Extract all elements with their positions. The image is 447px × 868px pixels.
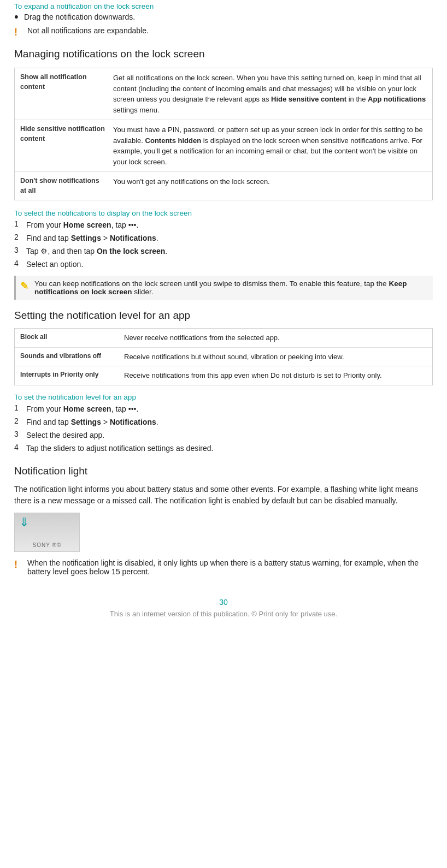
interrupts-priority-val: Receive notifications from this app even… <box>124 370 427 381</box>
dont-show-val: You won't get any notifications on the l… <box>113 176 427 195</box>
page-number: 30 <box>14 598 433 607</box>
list-item: 4 Select an option. <box>14 259 433 270</box>
download-arrow-icon: ⇓ <box>19 515 29 530</box>
bullet-drag-text: Drag the notification downwards. <box>24 13 433 21</box>
step-num-1: 1 <box>14 219 26 228</box>
notification-light-warning-text: When the notification light is disabled,… <box>27 558 433 576</box>
bullet-drag: • Drag the notification downwards. <box>14 13 433 23</box>
bullet-dot-icon: • <box>14 11 24 23</box>
step-4-text: Select an option. <box>26 259 433 270</box>
notification-light-heading: Notification light <box>14 465 433 477</box>
dont-show-key: Don't show notifications at all <box>20 176 113 195</box>
step-2-text: Find and tap Settings > Notifications. <box>26 233 433 244</box>
table-row: Block all Never receive notifications fr… <box>15 329 432 348</box>
table-row: Show all notification content Get all no… <box>15 68 432 120</box>
sounds-vibrations-key: Sounds and vibrations off <box>20 352 124 361</box>
hide-sensitive-key: Hide sensitive notification content <box>20 124 113 167</box>
set-step-4-text: Tap the sliders to adjust notification s… <box>26 443 433 454</box>
sounds-vibrations-val: Receive notifications but without sound,… <box>124 352 427 362</box>
notification-light-para: The notification light informs you about… <box>14 484 433 507</box>
tip-icon: ✎ <box>20 280 32 292</box>
warning-icon: ! <box>14 27 26 38</box>
list-item: 3 Tap ⚙, and then tap On the lock screen… <box>14 246 433 257</box>
table-row: Interrupts in Priority only Receive noti… <box>15 366 432 385</box>
step-num-3: 3 <box>14 246 26 254</box>
page-footer: 30 This is an internet version of this p… <box>14 598 433 618</box>
notification-light-warning: ! When the notification light is disable… <box>14 558 433 576</box>
list-item: 2 Find and tap Settings > Notifications. <box>14 233 433 244</box>
select-steps-list: 1 From your Home screen, tap •••. 2 Find… <box>14 219 433 270</box>
list-item: 3 Select the desired app. <box>14 430 433 441</box>
not-all-expandable-warning: ! Not all notifications are expandable. <box>14 26 433 38</box>
hide-sensitive-val: You must have a PIN, password, or patter… <box>113 124 427 167</box>
setting-notification-heading: Setting the notification level for an ap… <box>14 310 433 322</box>
tip-row: ✎ You can keep notifications on the lock… <box>14 276 433 300</box>
set-step-1-text: From your Home screen, tap •••. <box>26 403 433 415</box>
footer-text: This is an internet version of this publ… <box>14 610 433 618</box>
not-expandable-text: Not all notifications are expandable. <box>27 26 433 35</box>
managing-notifications-heading: Managing notifications on the lock scree… <box>14 48 433 60</box>
interrupts-priority-key: Interrupts in Priority only <box>20 370 124 379</box>
table-row: Hide sensitive notification content You … <box>15 120 432 172</box>
set-step-num-1: 1 <box>14 403 26 412</box>
block-all-val: Never receive notifications from the sel… <box>124 332 427 343</box>
table-row: Don't show notifications at all You won'… <box>15 172 432 200</box>
set-step-num-4: 4 <box>14 443 26 451</box>
tip-text: You can keep notifications on the lock s… <box>34 280 427 296</box>
show-all-key: Show all notification content <box>20 73 113 115</box>
step-3-text: Tap ⚙, and then tap On the lock screen. <box>26 246 433 257</box>
sony-label: SONY ®© <box>33 542 62 548</box>
select-notifications-heading: To select the notifications to display o… <box>14 209 433 217</box>
expand-notification-heading: To expand a notification on the lock scr… <box>14 2 433 10</box>
table-row: Sounds and vibrations off Receive notifi… <box>15 348 432 367</box>
notification-light-image: ⇓ SONY ®© <box>14 513 80 552</box>
step-1-text: From your Home screen, tap •••. <box>26 219 433 231</box>
list-item: 4 Tap the sliders to adjust notification… <box>14 443 433 454</box>
set-step-2-text: Find and tap Settings > Notifications. <box>26 417 433 428</box>
managing-table: Show all notification content Get all no… <box>14 68 433 200</box>
set-level-steps-list: 1 From your Home screen, tap •••. 2 Find… <box>14 403 433 454</box>
step-num-4: 4 <box>14 259 26 267</box>
set-step-num-3: 3 <box>14 430 26 438</box>
list-item: 1 From your Home screen, tap •••. <box>14 403 433 415</box>
list-item: 2 Find and tap Settings > Notifications. <box>14 417 433 428</box>
show-all-val: Get all notifications on the lock screen… <box>113 73 427 115</box>
step-num-2: 2 <box>14 233 26 241</box>
set-step-num-2: 2 <box>14 417 26 425</box>
list-item: 1 From your Home screen, tap •••. <box>14 219 433 231</box>
setting-table: Block all Never receive notifications fr… <box>14 328 433 385</box>
warning-icon-2: ! <box>14 559 26 570</box>
block-all-key: Block all <box>20 332 124 342</box>
set-step-3-text: Select the desired app. <box>26 430 433 441</box>
set-level-heading: To set the notification level for an app <box>14 393 433 401</box>
